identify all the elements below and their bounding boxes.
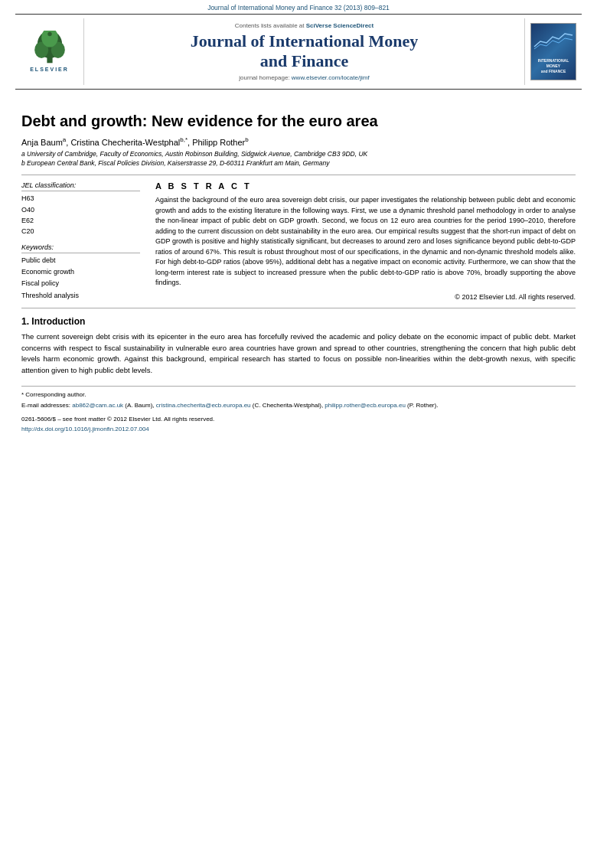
affiliations: a University of Cambridge, Faculty of Ec… <box>21 150 576 168</box>
section-divider <box>21 308 576 308</box>
article-title: Debt and growth: New evidence for the eu… <box>21 113 576 130</box>
corresponding-note: * Corresponding author. <box>21 390 576 400</box>
section-heading: 1. Introduction <box>21 316 576 327</box>
journal-cover-section: INTERNATIONALMONEYand FINANCE <box>524 18 582 85</box>
journal-title-section: Contents lists available at SciVerse Sci… <box>84 18 524 85</box>
doi-line[interactable]: http://dx.doi.org/10.1016/j.jimonfin.201… <box>21 426 576 432</box>
issn-line: 0261-5606/$ – see front matter © 2012 El… <box>21 415 576 424</box>
jel-code-3: E62 <box>21 215 140 226</box>
top-citation: Journal of International Money and Finan… <box>0 0 597 14</box>
sciverse-line: Contents lists available at SciVerse Sci… <box>235 22 374 29</box>
keyword-3: Fiscal policy <box>21 278 140 289</box>
journal-title: Journal of International Money and Finan… <box>191 31 419 72</box>
author2-email-name: (C. Checherita-Westphal), <box>253 402 323 409</box>
journal-homepage: journal homepage: www.elsevier.com/locat… <box>239 74 369 81</box>
jel-code-2: O40 <box>21 204 140 215</box>
keyword-2: Economic growth <box>21 266 140 278</box>
author1-email-name: (A. Baum), <box>125 402 154 409</box>
keyword-1: Public debt <box>21 255 140 266</box>
authors-line: Anja Bauma, Cristina Checherita-Westphal… <box>21 136 576 147</box>
email3[interactable]: philipp.rother@ecb.europa.eu <box>325 402 406 409</box>
citation-text: Journal of International Money and Finan… <box>207 4 390 11</box>
left-sidebar: JEL classification: H63 O40 E62 C20 Keyw… <box>21 181 140 302</box>
journal-cover-image: INTERNATIONALMONEYand FINANCE <box>530 23 576 80</box>
email2[interactable]: cristina.checherita@ecb.europa.eu <box>156 402 251 409</box>
keyword-4: Threshold analysis <box>21 290 140 302</box>
svg-point-5 <box>47 32 51 36</box>
email-line: E-mail addresses: ab862@cam.ac.uk (A. Ba… <box>21 401 576 410</box>
abstract-title: A B S T R A C T <box>155 181 576 191</box>
affiliation-a: a University of Cambridge, Faculty of Ec… <box>21 150 576 159</box>
introduction-text: The current sovereign debt crisis with i… <box>21 331 576 377</box>
author1: Anja Baum <box>21 137 63 146</box>
emails-label: E-mail addresses: <box>21 402 70 409</box>
elsevier-label: ELSEVIER <box>30 67 69 72</box>
jel-codes: H63 O40 E62 C20 <box>21 193 140 237</box>
keywords-list: Public debt Economic growth Fiscal polic… <box>21 255 140 302</box>
affiliation-b: b European Central Bank, Fiscal Policies… <box>21 159 576 168</box>
abstract-section: A B S T R A C T Against the background o… <box>155 181 576 302</box>
jel-code-1: H63 <box>21 193 140 204</box>
abstract-text: Against the background of the euro area … <box>155 195 576 289</box>
email1[interactable]: ab862@cam.ac.uk <box>72 402 123 409</box>
footer-notes: * Corresponding author. E-mail addresses… <box>21 386 576 432</box>
journal-header: ELSEVIER Contents lists available at Sci… <box>15 14 582 90</box>
author3-email-name: (P. Rother). <box>407 402 438 409</box>
jel-title: JEL classification: <box>21 181 140 191</box>
jel-code-4: C20 <box>21 226 140 237</box>
keywords-title: Keywords: <box>21 243 140 253</box>
homepage-url[interactable]: www.elsevier.com/locate/jimf <box>292 74 370 81</box>
abstract-copyright: © 2012 Elsevier Ltd. All rights reserved… <box>155 293 576 301</box>
elsevier-logo-section: ELSEVIER <box>15 18 84 85</box>
divider <box>21 175 576 175</box>
sciverse-link[interactable]: SciVerse ScienceDirect <box>306 22 374 29</box>
elsevier-tree-icon <box>27 31 73 65</box>
